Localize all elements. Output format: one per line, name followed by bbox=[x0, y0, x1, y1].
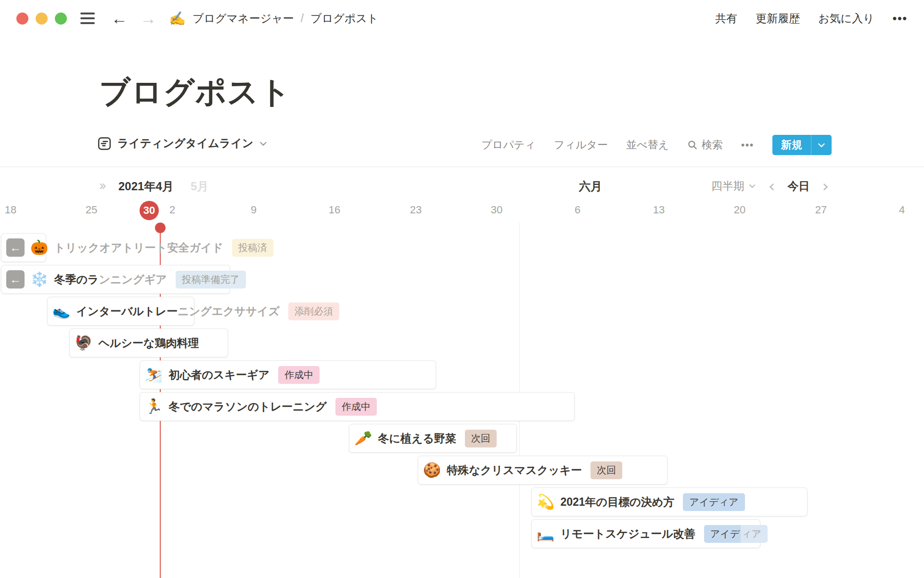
status-badge: 添削必須 bbox=[288, 302, 339, 320]
view-toolbar: ライティングタイムライン プロパティ フィルター 並べ替え 検索 ••• 新規 bbox=[0, 133, 924, 158]
search-icon bbox=[687, 140, 698, 150]
item-emoji-icon: 🎃 bbox=[30, 240, 48, 255]
date-tick: 4 bbox=[899, 204, 905, 216]
today-button[interactable]: 今日 bbox=[787, 179, 809, 194]
status-badge: アイディア bbox=[683, 493, 744, 511]
updates-button[interactable]: 更新履歴 bbox=[756, 11, 800, 26]
status-badge: 次回 bbox=[465, 430, 497, 447]
timeline-zoom-select[interactable]: 四半期 bbox=[711, 179, 756, 194]
timeline-item-content: ⛷️初心者のスキーギア作成中 bbox=[145, 361, 320, 389]
item-emoji-icon: 🥕 bbox=[354, 431, 372, 446]
new-button-label[interactable]: 新規 bbox=[772, 135, 811, 155]
view-name: ライティングタイムライン bbox=[117, 136, 253, 151]
filter-button[interactable]: フィルター bbox=[554, 138, 608, 152]
month-label-june: 六月 bbox=[579, 179, 602, 194]
timeline-item-card[interactable]: 🏃冬でのマラソンのトレーニング作成中 bbox=[140, 392, 575, 421]
timeline-item-content: 🦃ヘルシーな鶏肉料理 bbox=[75, 329, 199, 357]
item-title: 冬でのマラソンのトレーニング bbox=[168, 399, 326, 414]
traffic-lights bbox=[16, 13, 67, 25]
properties-button[interactable]: プロパティ bbox=[481, 138, 536, 152]
minimize-window-button[interactable] bbox=[36, 13, 48, 25]
breadcrumb-app[interactable]: ブログマネージャー bbox=[192, 11, 294, 26]
timeline-item-card[interactable]: ⛷️初心者のスキーギア作成中 bbox=[140, 360, 436, 389]
prev-period-chevron-icon[interactable]: ‹ bbox=[769, 178, 775, 194]
zoom-window-button[interactable] bbox=[55, 13, 67, 25]
item-emoji-icon: 🦃 bbox=[75, 336, 92, 350]
date-tick: 9 bbox=[251, 204, 257, 216]
toolbar-actions: プロパティ フィルター 並べ替え 検索 ••• 新規 bbox=[481, 135, 832, 155]
item-title: リモートスケジュール改善 bbox=[560, 526, 695, 541]
view-more-options-icon[interactable]: ••• bbox=[741, 140, 754, 151]
new-button-chevron-down-icon[interactable] bbox=[811, 135, 832, 155]
date-tick: 27 bbox=[815, 204, 827, 216]
breadcrumb: ✍️ ブログマネージャー / ブログポスト bbox=[169, 11, 378, 26]
status-badge: アイディア bbox=[704, 525, 768, 543]
back-arrow-icon[interactable]: ← bbox=[111, 10, 128, 26]
timeline-item-card[interactable]: 🦃ヘルシーな鶏肉料理 bbox=[69, 328, 228, 357]
forward-arrow-icon[interactable]: → bbox=[140, 10, 156, 26]
date-tick: 18 bbox=[5, 204, 16, 216]
item-title-overflow: ニングエクササイズ bbox=[178, 304, 280, 319]
status-badge-label: アイデ bbox=[704, 525, 741, 543]
date-tick: 20 bbox=[734, 204, 745, 216]
status-badge-label: 作成中 bbox=[335, 398, 377, 416]
date-tick: 6 bbox=[575, 204, 580, 216]
timeline-item-card[interactable]: 🍪特殊なクリスマスクッキー次回 bbox=[418, 456, 667, 485]
next-period-chevron-icon[interactable]: › bbox=[822, 178, 829, 194]
item-emoji-icon: 💫 bbox=[537, 495, 554, 509]
view-selector[interactable]: ライティングタイムライン bbox=[97, 136, 268, 151]
timeline-item-card[interactable]: 🛏️リモートスケジュール改善アイディア bbox=[531, 519, 760, 548]
timeline-controls: 四半期 ‹ 今日 › bbox=[711, 178, 829, 194]
status-badge-label: 作成中 bbox=[278, 366, 320, 384]
timeline-item-card[interactable]: ←❄️冬季のランニングギア投稿準備完了 bbox=[1, 265, 230, 294]
timeline-item-content: ←🎃トリックオアトリート安全ガイド投稿済 bbox=[6, 234, 273, 262]
timeline-item-content: 💫2021年の目標の決め方アイディア bbox=[537, 488, 745, 516]
month-label-april: 2021年4月 bbox=[118, 179, 174, 194]
status-badge-label: アイディア bbox=[683, 493, 744, 511]
chevron-down-icon bbox=[748, 182, 756, 190]
search-label: 検索 bbox=[702, 138, 723, 152]
timeline-item-card[interactable]: 👟インターバルトレーニングエクササイズ添削必須 bbox=[47, 297, 194, 326]
page-title[interactable]: ブログポスト bbox=[99, 71, 291, 113]
month-label-may-faded: 5月 bbox=[191, 179, 208, 194]
timeline-item-card[interactable]: 🥕冬に植える野菜次回 bbox=[349, 424, 517, 453]
timeline-item-card[interactable]: 💫2021年の目標の決め方アイディア bbox=[531, 487, 808, 516]
item-title-overflow: ンニングギア bbox=[99, 272, 167, 287]
timeline-item-content: 🥕冬に植える野菜次回 bbox=[354, 424, 497, 452]
breadcrumb-page[interactable]: ブログポスト bbox=[310, 11, 378, 26]
sort-button[interactable]: 並べ替え bbox=[626, 138, 669, 152]
jump-to-item-start-button[interactable]: ← bbox=[6, 270, 25, 289]
status-badge: 作成中 bbox=[278, 366, 320, 384]
breadcrumb-separator: / bbox=[299, 12, 306, 25]
sidebar-menu-icon[interactable] bbox=[80, 13, 95, 24]
favorites-button[interactable]: お気に入り bbox=[818, 11, 874, 26]
status-badge: 投稿準備完了 bbox=[176, 271, 246, 289]
chevron-down-icon bbox=[259, 139, 268, 148]
zoom-level-label: 四半期 bbox=[711, 179, 744, 194]
item-title: 冬季のラ bbox=[54, 272, 99, 287]
status-badge: 投稿済 bbox=[232, 239, 273, 257]
date-tick: 16 bbox=[329, 204, 340, 216]
date-tick: 13 bbox=[653, 204, 665, 216]
date-tick-today: 30 bbox=[140, 201, 159, 220]
timeline-item-card[interactable]: ←🎃トリックオアトリート安全ガイド投稿済 bbox=[1, 233, 46, 262]
date-tick: 23 bbox=[410, 204, 422, 216]
date-tick: 25 bbox=[86, 204, 97, 216]
item-emoji-icon: 🛏️ bbox=[537, 526, 554, 541]
close-window-button[interactable] bbox=[16, 13, 28, 25]
item-emoji-icon: 🏃 bbox=[145, 399, 163, 414]
item-title: インターバルトレー bbox=[76, 304, 178, 319]
item-title: 冬に植える野菜 bbox=[378, 431, 456, 446]
search-button[interactable]: 検索 bbox=[687, 138, 723, 152]
timeline-item-content: 🍪特殊なクリスマスクッキー次回 bbox=[423, 456, 622, 484]
status-badge-overflow: ィア bbox=[741, 525, 768, 543]
new-button[interactable]: 新規 bbox=[772, 135, 832, 155]
more-options-icon[interactable]: ••• bbox=[893, 12, 908, 25]
item-title: 2021年の目標の決め方 bbox=[560, 495, 674, 510]
jump-to-item-start-button[interactable]: ← bbox=[6, 238, 25, 257]
date-tick: 30 bbox=[491, 204, 502, 216]
share-button[interactable]: 共有 bbox=[715, 11, 737, 26]
scroll-left-double-chevron-icon[interactable]: ›› bbox=[99, 178, 104, 193]
item-emoji-icon: ⛷️ bbox=[145, 368, 163, 382]
topbar: ← → ✍️ ブログマネージャー / ブログポスト 共有 更新履歴 お気に入り … bbox=[0, 0, 924, 37]
